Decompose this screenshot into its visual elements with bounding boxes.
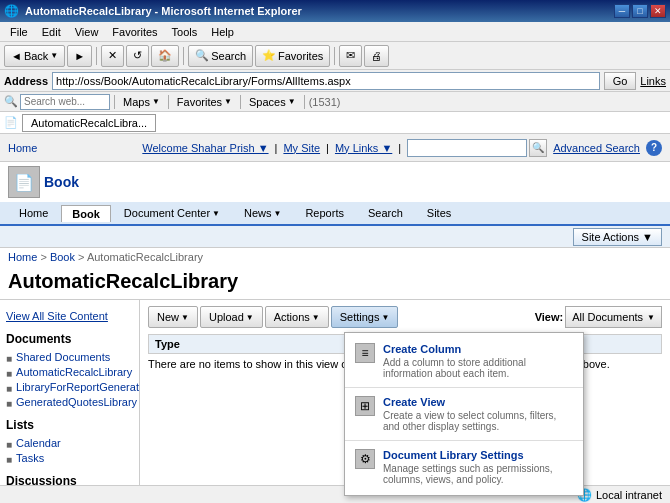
fav-tab[interactable]: AutomaticRecalcLibra... (22, 114, 156, 132)
breadcrumb-sep-1: > (40, 251, 49, 263)
breadcrumb: Home > Book > AutomaticRecalcLibrary (0, 248, 670, 266)
mail-button[interactable]: ✉ (339, 45, 362, 67)
web-search-input[interactable] (20, 94, 110, 110)
nav-reports[interactable]: Reports (294, 204, 355, 222)
nav-news[interactable]: News ▼ (233, 204, 292, 222)
home-breadcrumb-link[interactable]: Home (8, 142, 37, 154)
spaces-link[interactable]: Spaces ▼ (245, 95, 300, 109)
create-column-item[interactable]: ≡ Create Column Add a column to store ad… (345, 337, 583, 385)
stop-button[interactable]: ✕ (101, 45, 124, 67)
help-button[interactable]: ? (646, 140, 662, 156)
lists-section-title: Lists (6, 418, 133, 432)
menu-edit[interactable]: Edit (36, 24, 67, 40)
view-label: View: (535, 311, 564, 323)
list-toolbar: New ▼ Upload ▼ Actions ▼ Settings ▼ View… (148, 306, 662, 328)
sp-search-input[interactable] (407, 139, 527, 157)
favorites-arrow-icon: ▼ (224, 97, 232, 106)
tab-bar: 📄 AutomaticRecalcLibra... (0, 112, 670, 134)
bullet-icon-3: ■ (6, 383, 12, 394)
doc-library-settings-icon: ⚙ (355, 449, 375, 469)
toolbar-separator-3 (334, 47, 335, 65)
menu-tools[interactable]: Tools (166, 24, 204, 40)
back-button[interactable]: ◄ Back ▼ (4, 45, 65, 67)
view-all-site-content[interactable]: View All Site Content (6, 308, 133, 324)
sp-search-button[interactable]: 🔍 (529, 139, 547, 157)
welcome-text[interactable]: Welcome Shahar Prish ▼ (142, 142, 268, 154)
bullet-icon-6: ■ (6, 454, 12, 465)
menu-help[interactable]: Help (205, 24, 240, 40)
create-view-title: Create View (383, 396, 573, 408)
menu-view[interactable]: View (69, 24, 105, 40)
close-button[interactable]: ✕ (650, 4, 666, 18)
my-links-link[interactable]: My Links ▼ (335, 142, 392, 154)
favorites-toolbar-button[interactable]: ⭐ Favorites (255, 45, 330, 67)
create-column-icon: ≡ (355, 343, 375, 363)
doc-center-arrow-icon: ▼ (212, 209, 220, 218)
spaces-arrow-icon: ▼ (288, 97, 296, 106)
nav-search[interactable]: Search (357, 204, 414, 222)
settings-button[interactable]: Settings ▼ (331, 306, 399, 328)
view-selector[interactable]: All Documents ▼ (565, 306, 662, 328)
print-button[interactable]: 🖨 (364, 45, 389, 67)
ie-icon: 🌐 (4, 4, 19, 18)
back-dropdown-icon: ▼ (50, 51, 58, 60)
search-icon-small: 🔍 (4, 95, 18, 108)
breadcrumb-book[interactable]: Book (50, 251, 75, 263)
generated-quotes-link[interactable]: ■ GeneratedQuotesLibrary (6, 395, 133, 410)
maps-link[interactable]: Maps ▼ (119, 95, 164, 109)
header-sep-2: | (326, 142, 329, 154)
create-view-item[interactable]: ⊞ Create View Create a view to select co… (345, 390, 583, 438)
calendar-link[interactable]: ■ Calendar (6, 436, 133, 451)
actions-button[interactable]: Actions ▼ (265, 306, 329, 328)
actions-arrow-icon: ▼ (312, 313, 320, 322)
maximize-button[interactable]: □ (632, 4, 648, 18)
links-bar: 🔍 Maps ▼ Favorites ▼ Spaces ▼ (1531) (0, 92, 670, 112)
address-input[interactable] (52, 72, 600, 90)
auto-recalc-library-link[interactable]: ■ AutomaticRecalcLibrary (6, 365, 133, 380)
menu-favorites[interactable]: Favorites (106, 24, 163, 40)
nav-book[interactable]: Book (61, 205, 111, 222)
go-button[interactable]: Go (604, 72, 637, 90)
advanced-search-link[interactable]: Advanced Search (553, 142, 640, 154)
main-layout: View All Site Content Documents ■ Shared… (0, 300, 670, 503)
nav-document-center[interactable]: Document Center ▼ (113, 204, 231, 222)
header-sep-3: | (398, 142, 401, 154)
new-button[interactable]: New ▼ (148, 306, 198, 328)
content-area: New ▼ Upload ▼ Actions ▼ Settings ▼ View… (140, 300, 670, 503)
favorites-link[interactable]: Favorites ▼ (173, 95, 236, 109)
address-label: Address (4, 75, 48, 87)
home-browser-button[interactable]: 🏠 (151, 45, 179, 67)
browser-toolbar: ◄ Back ▼ ► ✕ ↺ 🏠 🔍 Search ⭐ Favorites ✉ … (0, 42, 670, 70)
nav-sites[interactable]: Sites (416, 204, 462, 222)
links-sep-3 (240, 95, 241, 109)
doc-library-settings-desc: Manage settings such as permissions, col… (383, 463, 573, 485)
nav-home[interactable]: Home (8, 204, 59, 222)
book-icon: 📄 (8, 166, 40, 198)
tasks-link[interactable]: ■ Tasks (6, 451, 133, 466)
breadcrumb-sep-2: > (78, 251, 87, 263)
search-toolbar-button[interactable]: 🔍 Search (188, 45, 253, 67)
my-site-link[interactable]: My Site (283, 142, 320, 154)
bullet-icon-4: ■ (6, 398, 12, 409)
links-sep-4 (304, 95, 305, 109)
shared-documents-link[interactable]: ■ Shared Documents (6, 350, 133, 365)
menu-bar: File Edit View Favorites Tools Help (0, 22, 670, 42)
security-zone: 🌐 Local intranet (577, 488, 662, 502)
upload-button[interactable]: Upload ▼ (200, 306, 263, 328)
breadcrumb-current: AutomaticRecalcLibrary (87, 251, 203, 263)
doc-library-settings-item[interactable]: ⚙ Document Library Settings Manage setti… (345, 443, 583, 491)
breadcrumb-home[interactable]: Home (8, 251, 37, 263)
refresh-button[interactable]: ↺ (126, 45, 149, 67)
minimize-button[interactable]: ─ (614, 4, 630, 18)
library-report-gen-link[interactable]: ■ LibraryForReportGeneration (6, 380, 133, 395)
new-tab-icon[interactable]: 📄 (4, 116, 18, 129)
create-view-content: Create View Create a view to select colu… (383, 396, 573, 432)
sp-logo-area: 📄 Book (0, 162, 670, 202)
links-label[interactable]: Links (640, 75, 666, 87)
forward-button[interactable]: ► (67, 45, 92, 67)
site-navigation: Home Book Document Center ▼ News ▼ Repor… (0, 202, 670, 226)
search-toolbar-icon: 🔍 (195, 49, 209, 62)
menu-file[interactable]: File (4, 24, 34, 40)
forward-arrow-icon: ► (74, 50, 85, 62)
site-actions-button[interactable]: Site Actions ▼ (573, 228, 662, 246)
